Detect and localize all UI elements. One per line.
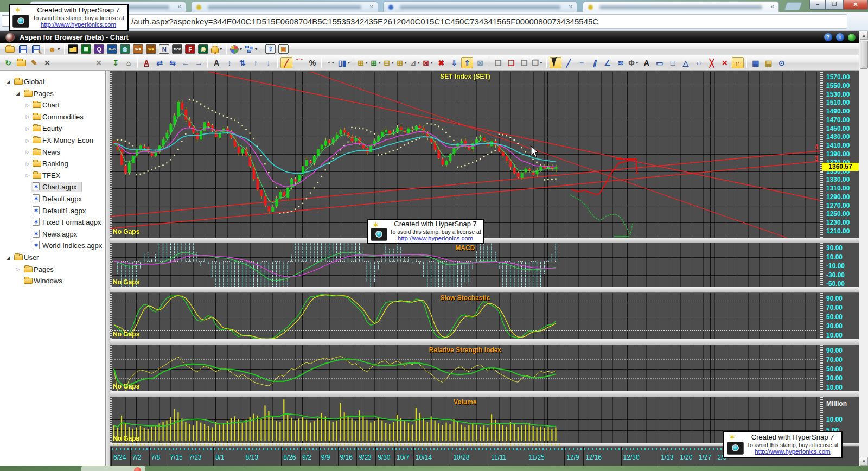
open-file-button[interactable] — [4, 43, 16, 55]
market-monitor-button[interactable]: ◉ — [197, 43, 209, 55]
new-folder-button[interactable] — [15, 57, 27, 68]
collapse-icon[interactable]: ◢ — [15, 91, 21, 96]
sidebar-item-windows[interactable]: Windows — [0, 275, 106, 287]
sidebar-item-equity[interactable]: ▷Equity — [0, 123, 106, 134]
study-pane-button[interactable]: ⊟▼ — [383, 57, 395, 68]
collapse-icon[interactable]: ◢ — [5, 79, 11, 85]
move-pane-down-button[interactable]: ⇓ — [448, 57, 460, 68]
trader-tools-button[interactable]: ☻▼ — [48, 43, 61, 55]
expand-icon[interactable]: ▷ — [25, 114, 30, 119]
web-analytics-button[interactable]: WA — [132, 43, 144, 55]
copy-page-button[interactable]: ❐ — [518, 57, 530, 68]
sidebar-item-pages[interactable]: ▷Pages — [0, 264, 106, 275]
save-as-button[interactable]: ✎ — [30, 43, 42, 55]
scrollbar-thumb[interactable] — [860, 41, 868, 69]
fundamentals-button[interactable]: F — [184, 43, 196, 55]
shift-up-button[interactable]: ↑ — [250, 57, 261, 68]
shift-left-button[interactable]: ← — [180, 57, 192, 68]
tab-close-icon[interactable]: ✕ — [177, 4, 182, 10]
sidebar-item-world-indices-agpx[interactable]: ✱World Indices.agpx — [0, 240, 106, 251]
compress-vertical-button[interactable]: ⇅ — [237, 57, 248, 68]
compress-horizontal-button[interactable]: ⇆ — [167, 57, 178, 68]
overlay-study-button[interactable]: ⊞▼ — [396, 57, 408, 68]
pane-divider[interactable] — [110, 238, 859, 243]
sidebar-item-default-agpx[interactable]: ✱Default.agpx — [0, 193, 106, 205]
chart-window-button[interactable]: ▅▇ — [67, 43, 79, 55]
minimize-button[interactable]: – — [809, 0, 826, 10]
delete-all-studies-button[interactable]: ✖ — [435, 57, 447, 68]
sidebar-item-default1-agpx[interactable]: ✱Default1.agpx — [0, 205, 106, 217]
tick-window-button[interactable]: TICK — [171, 43, 183, 55]
tab-close-icon[interactable]: ✕ — [369, 4, 374, 10]
shift-right-button[interactable]: → — [193, 57, 205, 68]
news-window-button[interactable]: N — [158, 43, 170, 55]
callout-tool-button[interactable]: ▭ — [654, 57, 666, 68]
expand-vertical-button[interactable]: ↕ — [224, 57, 235, 68]
palette-button[interactable]: ▼ — [229, 43, 244, 55]
shift-down-button[interactable]: ↓ — [263, 57, 275, 68]
close-button[interactable]: ✕ — [843, 0, 868, 10]
layout-button[interactable]: ▼ — [245, 43, 259, 55]
restore-button[interactable]: ❐ — [826, 0, 843, 10]
watermark-link[interactable]: http://www.hyperionics.com — [390, 235, 481, 242]
price-chart-canvas[interactable] — [110, 72, 820, 238]
sidebar-item-news[interactable]: ▷News — [0, 147, 106, 158]
sidebar-item-user[interactable]: ◢User — [0, 252, 106, 263]
sidebar-item-fixed-format-agpx[interactable]: ✱Fixed Format.agpx — [0, 217, 106, 228]
help-icon[interactable]: ? — [824, 33, 832, 41]
add-study-button[interactable]: ⊞▼ — [357, 57, 369, 68]
new-tab-button[interactable] — [784, 2, 802, 10]
interval-clock-button[interactable]: ◔▼ — [324, 57, 336, 68]
quick-quote-button[interactable]: Q — [93, 43, 105, 55]
market-map-button[interactable]: ◍ — [119, 43, 131, 55]
pointer-tool-button[interactable] — [550, 57, 561, 68]
grid-toggle-button[interactable]: ▦ — [750, 57, 762, 68]
horizontal-line-tool-button[interactable]: − — [576, 57, 588, 68]
save-button[interactable] — [17, 43, 29, 55]
browser-scrollbar[interactable]: ▲ ▼ — [859, 31, 868, 466]
expand-icon[interactable]: ▷ — [25, 138, 30, 143]
browser-tab-active[interactable]: ✕ — [583, 1, 779, 12]
expand-icon[interactable]: ▷ — [25, 149, 30, 155]
sidebar-item-commodities[interactable]: ▷Commodities — [0, 111, 106, 123]
sidebar-item-global[interactable]: ◢Global — [0, 76, 106, 87]
export-upload-button[interactable]: ⇧ — [264, 43, 276, 55]
alerts-bell-button[interactable]: ▼ — [210, 43, 224, 55]
sidebar-item-chart[interactable]: ▷Chart — [0, 99, 106, 111]
info-icon[interactable]: i — [836, 33, 844, 41]
speed-lines-tool-button[interactable]: ≋ — [615, 57, 627, 68]
sidebar-item-tfex[interactable]: ▷TFEX — [0, 170, 106, 181]
sidebar-item-chart-agpx[interactable]: ✱Chart.agpx — [0, 181, 106, 193]
lock-page-button[interactable]: ❒▼ — [531, 57, 544, 68]
expand-icon[interactable]: ▷ — [25, 103, 30, 108]
expand-icon[interactable]: ▷ — [25, 161, 30, 167]
ellipse-tool-button[interactable]: ○ — [693, 57, 705, 68]
close-sidebar-button[interactable]: ✕ — [93, 57, 105, 68]
arrange-windows-button[interactable]: ▣ — [277, 43, 289, 55]
rename-item-button[interactable]: ✎ — [28, 57, 40, 68]
collapse-icon[interactable]: ◢ — [5, 255, 11, 260]
axis-font-button[interactable]: A — [210, 57, 222, 68]
scroll-down-icon[interactable]: ▼ — [860, 457, 868, 466]
scroll-up-icon[interactable]: ▲ — [860, 31, 868, 40]
sidebar-item-news-agpx[interactable]: ✱News.agpx — [0, 228, 106, 240]
expand-horizontal-button[interactable]: ⇄ — [154, 57, 165, 68]
study-wizard-button[interactable]: ⊿▼ — [409, 57, 421, 68]
sidebar-splitter[interactable] — [106, 71, 110, 466]
watermark-link[interactable]: http://www.hyperionics.com — [746, 448, 839, 455]
new-page-button[interactable]: ❏ — [492, 57, 504, 68]
angle-line-tool-button[interactable]: ∠ — [602, 57, 614, 68]
log-scale-button[interactable]: ⌒ — [293, 57, 305, 68]
wa-chart-button[interactable]: WA — [145, 43, 157, 55]
snap-magnet-button[interactable]: ∩ — [732, 57, 744, 68]
tab-close-icon[interactable]: ✕ — [569, 4, 573, 10]
font-scale-button[interactable]: A — [141, 57, 152, 68]
linear-scale-button[interactable]: ╱ — [280, 57, 292, 68]
tab-close-icon[interactable]: ✕ — [770, 4, 775, 10]
percent-scale-button[interactable]: % — [307, 57, 318, 68]
quote-board-button[interactable]: ≣ — [80, 43, 92, 55]
trendline-tool-button[interactable]: ╱ — [563, 57, 575, 68]
remove-study-button[interactable]: ⊠▼ — [422, 57, 434, 68]
expand-icon[interactable]: ▷ — [25, 126, 30, 131]
delete-all-drawings-button[interactable]: ✕ — [719, 57, 731, 68]
